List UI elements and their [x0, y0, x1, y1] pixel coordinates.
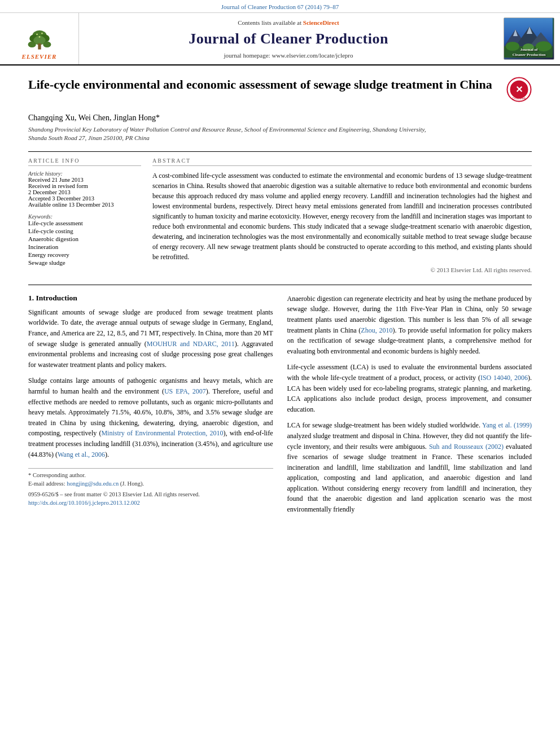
svg-rect-4: [38, 43, 41, 50]
abstract-section: ABSTRACT A cost-combined life-cycle asse…: [152, 158, 532, 273]
keywords-label: Keywords:: [28, 213, 141, 220]
two-col-text: 1. Introduction Significant amounts of s…: [28, 294, 532, 521]
article-info-panel: ARTICLE INFO Article history: Received 2…: [28, 158, 141, 273]
cover-text: Journal of Cleaner Production: [513, 47, 546, 57]
doi-link[interactable]: http://dx.doi.org/10.1016/j.jclepro.2013…: [28, 499, 273, 508]
right-col: Anaerobic digestion can regenerate elect…: [287, 294, 532, 521]
ref-usepa[interactable]: US EPA, 2007: [164, 387, 206, 395]
keyword-3: Anaerobic digestion: [28, 235, 141, 242]
page: Journal of Cleaner Production 67 (2014) …: [0, 0, 560, 747]
col2-para1: Anaerobic digestion can regenerate elect…: [287, 294, 532, 357]
elsevier-text: ELSEVIER: [22, 53, 57, 60]
svg-point-5: [28, 41, 36, 47]
footnote-area: * Corresponding author. E-mail address: …: [28, 468, 273, 508]
issn-note: 0959-6526/$ – see front matter © 2013 El…: [28, 491, 273, 507]
intro-para2: Sludge contains large amounts of pathoge…: [28, 375, 273, 460]
svg-point-7: [36, 34, 38, 36]
elsevier-tree-icon: [23, 29, 56, 52]
keywords-list: Life-cycle assessment Life-cycle costing…: [28, 220, 141, 266]
article-info-label: ARTICLE INFO: [28, 158, 141, 166]
corresponding-note: * Corresponding author.: [28, 471, 273, 480]
revised-date: 2 December 2013: [28, 189, 141, 195]
intro-heading: 1. Introduction: [28, 294, 273, 303]
online-date: Available online 13 December 2013: [28, 202, 141, 208]
elsevier-logo: ELSEVIER: [22, 29, 57, 60]
svg-text:CrossMark: CrossMark: [512, 97, 526, 100]
svg-point-9: [38, 36, 40, 38]
article-title: Life-cycle environmental and economic as…: [28, 77, 498, 93]
article-title-section: Life-cycle environmental and economic as…: [28, 77, 532, 108]
crossmark-logo[interactable]: ✕ CrossMark: [506, 77, 532, 102]
sciencedirect-label: Contents lists available at ScienceDirec…: [238, 19, 339, 26]
elsevier-logo-area: ELSEVIER: [0, 13, 79, 64]
abstract-label: ABSTRACT: [152, 158, 532, 166]
keyword-5: Energy recovery: [28, 251, 141, 258]
journal-center: Contents lists available at ScienceDirec…: [79, 13, 498, 64]
col2-para3: LCA for sewage sludge-treatment has been…: [287, 420, 532, 514]
svg-point-8: [41, 33, 43, 34]
ref-yang[interactable]: Yang et al. (1999): [482, 421, 532, 429]
main-text: 1. Introduction Significant amounts of s…: [28, 285, 532, 521]
ref-mep[interactable]: Ministry of Environmental Protection, 20…: [101, 429, 223, 437]
journal-citation: Journal of Cleaner Production 67 (2014) …: [221, 3, 339, 10]
article-history: Article history: Received 21 June 2013 R…: [28, 171, 141, 208]
ref-wang[interactable]: Wang et al., 2006: [58, 451, 105, 458]
history-label: Article history:: [28, 171, 141, 177]
abstract-text: A cost-combined life-cycle assessment wa…: [152, 171, 532, 262]
journal-cover-image: Journal of Cleaner Production: [504, 18, 554, 60]
copyright: © 2013 Elsevier Ltd. All rights reserved…: [152, 267, 532, 273]
journal-title: Journal of Cleaner Production: [189, 30, 388, 47]
crossmark-icon: ✕ CrossMark: [506, 77, 532, 102]
affiliation: Shandong Provincial Key Laboratory of Wa…: [28, 125, 532, 143]
intro-para1: Significant amounts of sewage sludge are…: [28, 307, 273, 370]
revised-label: Received in revised form: [28, 183, 141, 189]
col2-para2: Life-cycle assessment (LCA) is used to e…: [287, 362, 532, 414]
keyword-2: Life-cycle costing: [28, 228, 141, 234]
article-content: Life-cycle environmental and economic as…: [0, 65, 560, 532]
article-info-abstract: ARTICLE INFO Article history: Received 2…: [28, 151, 532, 273]
ref-mouhur[interactable]: MOUHUR and NDARC, 2011: [147, 340, 235, 348]
svg-text:✕: ✕: [515, 85, 523, 94]
keyword-6: Sewage sludge: [28, 259, 141, 266]
author-email[interactable]: hongjing@sdu.edu.cn: [67, 480, 119, 487]
keywords-group: Keywords: Life-cycle assessment Life-cyc…: [28, 213, 141, 266]
journal-cover-area: Journal of Cleaner Production: [498, 13, 560, 64]
accepted-date: Accepted 3 December 2013: [28, 195, 141, 202]
keyword-1: Life-cycle assessment: [28, 220, 141, 226]
authors: Changqing Xu, Wei Chen, Jinglan Hong*: [28, 113, 532, 123]
left-col: 1. Introduction Significant amounts of s…: [28, 294, 273, 521]
sciencedirect-link[interactable]: ScienceDirect: [303, 19, 339, 26]
journal-citation-bar: Journal of Cleaner Production 67 (2014) …: [0, 0, 560, 13]
journal-header: ELSEVIER Contents lists available at Sci…: [0, 13, 560, 65]
svg-point-6: [43, 41, 51, 47]
keyword-4: Incineration: [28, 243, 141, 250]
email-note: E-mail address: hongjing@sdu.edu.cn (J. …: [28, 480, 273, 488]
received-date: Received 21 June 2013: [28, 177, 141, 183]
journal-homepage: journal homepage: www.elsevier.com/locat…: [224, 52, 353, 59]
ref-iso[interactable]: ISO 14040, 2006: [480, 374, 528, 382]
ref-suh[interactable]: Suh and Rousseaux (2002): [429, 443, 504, 451]
ref-zhou[interactable]: Zhou, 2010: [361, 326, 392, 334]
